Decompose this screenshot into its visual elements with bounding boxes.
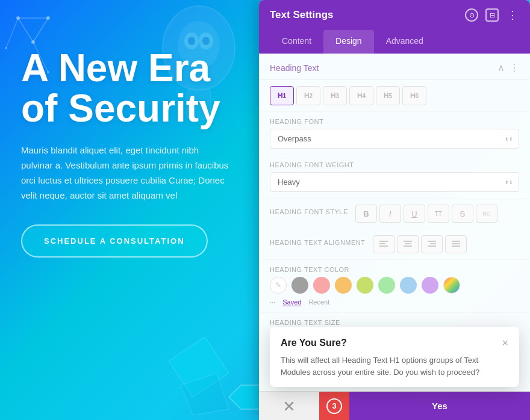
small-caps-button[interactable]: SC xyxy=(476,205,497,223)
tab-design[interactable]: Design xyxy=(323,30,374,54)
swatch-lime[interactable] xyxy=(357,277,373,294)
hero-content: A New Era of Security Mauris blandit ali… xyxy=(21,48,232,258)
overline-button[interactable]: TT xyxy=(428,205,449,223)
panel-footer: 3 Yes xyxy=(259,391,530,420)
color-tab-saved[interactable]: Saved xyxy=(282,298,301,306)
footer-yes-button[interactable]: Yes xyxy=(349,392,530,420)
heading-alignment-group: Heading Text Alignment xyxy=(259,229,530,260)
color-tab-more[interactable]: ··· xyxy=(270,298,275,306)
more-options-icon[interactable]: ⋮ xyxy=(506,8,519,22)
heading-alignment-label: Heading Text Alignment xyxy=(270,239,366,246)
heading-color-label: Heading Text Color xyxy=(270,266,519,273)
footer-cancel-button[interactable] xyxy=(259,392,319,420)
svg-rect-18 xyxy=(379,241,388,242)
svg-rect-23 xyxy=(404,246,412,247)
chevron-up-icon[interactable]: ∧ xyxy=(497,62,505,73)
heading-weight-group: Heading Font Weight Heavy xyxy=(259,155,530,199)
heading-color-group: Heading Text Color ✎ ··· Saved Recent xyxy=(259,260,530,313)
swatch-gray[interactable] xyxy=(292,277,308,294)
panel-tabs: Content Design Advanced xyxy=(259,30,530,54)
color-pencil-icon[interactable]: ✎ xyxy=(270,277,287,294)
panel-title: Text Settings xyxy=(270,9,333,21)
underline-button[interactable]: U xyxy=(404,205,425,223)
swatch-purple[interactable] xyxy=(422,277,438,294)
align-center-button[interactable] xyxy=(397,235,419,253)
strikethrough-button[interactable]: S xyxy=(452,205,473,223)
confirm-header: Are You Sure? × xyxy=(281,338,508,348)
svg-rect-25 xyxy=(430,243,436,244)
confirm-title: Are You Sure? xyxy=(281,338,347,348)
heading-font-group: Heading Font Overpass xyxy=(259,112,530,155)
svg-rect-27 xyxy=(452,241,460,242)
tab-advanced[interactable]: Advanced xyxy=(374,30,435,54)
heading-weight-label: Heading Font Weight xyxy=(270,161,519,168)
swatch-green[interactable] xyxy=(378,277,395,294)
hero-title-line2: of Security xyxy=(21,87,220,130)
color-tabs-row: ··· Saved Recent xyxy=(270,298,519,306)
tab-content[interactable]: Content xyxy=(270,30,323,54)
step-badge: 3 xyxy=(326,398,342,414)
bold-button[interactable]: B xyxy=(355,205,377,223)
section-settings-icon[interactable]: ⋮ xyxy=(510,62,519,73)
confirm-close-button[interactable]: × xyxy=(502,338,508,348)
heading-font-label: Heading Font xyxy=(270,118,519,125)
section-controls: ∧ ⋮ xyxy=(497,62,519,73)
columns-icon[interactable]: ⊟ xyxy=(485,8,499,22)
swatch-blue[interactable] xyxy=(400,277,417,294)
heading-weight-select-wrapper: Heavy xyxy=(270,172,519,192)
heading-level-h1[interactable]: H1 xyxy=(270,86,294,105)
heading-weight-select[interactable]: Heavy xyxy=(270,172,519,192)
cta-button[interactable]: SCHEDULE A CONSULTATION xyxy=(21,224,208,258)
svg-rect-22 xyxy=(405,243,411,244)
svg-rect-20 xyxy=(379,246,388,247)
heading-style-group: Heading Font Style B I U TT S SC xyxy=(259,199,530,229)
heading-level-h3[interactable]: H3 xyxy=(323,86,347,105)
heading-font-select-wrapper: Overpass xyxy=(270,129,519,149)
heading-level-h6[interactable]: H6 xyxy=(402,86,426,105)
italic-button[interactable]: I xyxy=(379,205,401,223)
heading-font-select[interactable]: Overpass xyxy=(270,129,519,149)
align-justify-button[interactable] xyxy=(445,235,467,253)
confirm-dialog: Are You Sure? × This will affect all Hea… xyxy=(270,327,519,387)
svg-point-16 xyxy=(202,37,210,45)
settings-panel: Text Settings ⊙ ⊟ ⋮ Content Design Advan… xyxy=(259,0,530,420)
section-heading-text: Heading Text ∧ ⋮ xyxy=(259,54,530,80)
align-right-button[interactable] xyxy=(421,235,443,253)
section-title: Heading Text xyxy=(270,63,319,73)
color-tab-recent[interactable]: Recent xyxy=(308,298,329,306)
hero-title-line1: A New Era xyxy=(21,46,210,90)
heading-level-h5[interactable]: H5 xyxy=(376,86,400,105)
svg-point-15 xyxy=(188,37,195,45)
camera-icon[interactable]: ⊙ xyxy=(465,8,478,22)
svg-rect-29 xyxy=(452,246,460,247)
heading-style-label: Heading Font Style xyxy=(270,208,348,215)
confirm-body: This will affect all Heading Text H1 opt… xyxy=(281,354,508,378)
swatch-pink[interactable] xyxy=(313,277,330,294)
swatch-yellow[interactable] xyxy=(335,277,352,294)
heading-levels-row: H1 H2 H3 H4 H5 H6 xyxy=(259,80,530,112)
svg-rect-19 xyxy=(379,243,385,244)
svg-rect-24 xyxy=(428,241,436,242)
panel-header-icons: ⊙ ⊟ ⋮ xyxy=(465,8,519,22)
heading-level-h2[interactable]: H2 xyxy=(296,86,320,105)
svg-rect-21 xyxy=(404,241,412,242)
align-left-button[interactable] xyxy=(373,235,394,253)
svg-rect-28 xyxy=(452,243,460,244)
heading-level-h4[interactable]: H4 xyxy=(349,86,373,105)
heading-size-label: Heading Text Size xyxy=(270,319,519,326)
footer-badge: 3 xyxy=(319,392,349,420)
panel-header: Text Settings ⊙ ⊟ ⋮ xyxy=(259,0,530,30)
hero-title: A New Era of Security xyxy=(21,48,232,129)
hero-paragraph: Mauris blandit aliquet elit, eget tincid… xyxy=(21,143,232,203)
svg-rect-26 xyxy=(428,246,436,247)
color-gradient-icon[interactable] xyxy=(443,277,460,294)
cancel-x-icon xyxy=(284,401,294,411)
color-swatches-row: ✎ xyxy=(270,277,519,294)
